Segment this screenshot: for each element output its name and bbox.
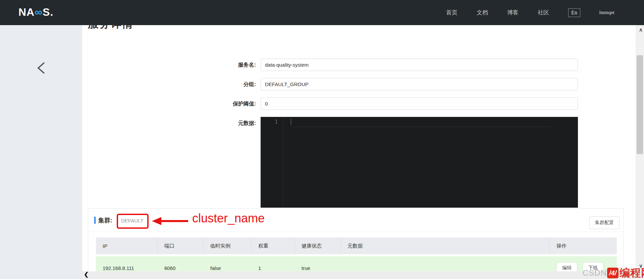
annotation-text: cluster_name [192,211,265,225]
cluster-card: 集群: DEFAULT cluster_name 集群配置 IP 端口 临时实例… [88,208,624,279]
protect-threshold-label: 保护阈值: [162,100,256,108]
horizontal-scrollbar-track[interactable] [82,271,636,279]
column-header-healthy: 健康状态 [295,237,341,254]
column-header-weight: 权重 [252,237,295,254]
nav-item-community[interactable]: 社区 [538,9,549,16]
column-header-actions: 操作 [550,237,617,254]
back-button[interactable] [36,61,46,75]
scroll-up-arrow-icon[interactable]: ∧ [639,27,643,33]
cluster-accent-bar [94,217,96,224]
editor-gutter: 1 [261,117,283,208]
cluster-config-button[interactable]: 集群配置 [589,216,620,229]
column-header-ephemeral: 临时实例 [204,237,252,254]
table-header-row: IP 端口 临时实例 权重 健康状态 元数据 操作 [96,237,617,254]
annotation-arrow-icon [152,217,161,225]
annotation-arrow-line [161,220,188,222]
metadata-editor[interactable]: 1 [261,117,578,208]
metadata-label: 元数据: [162,120,256,127]
nav-item-blog[interactable]: 博客 [507,9,519,16]
nav-item-docs[interactable]: 文档 [477,9,488,16]
top-navbar: NA∞S. 首页 文档 博客 社区 En hnmqet [0,0,644,25]
column-header-metadata: 元数据 [341,237,550,254]
editor-line-number: 1 [275,119,278,125]
service-name-label: 服务名: [162,62,256,69]
annotation-highlight-box [117,214,149,229]
nacos-logo[interactable]: NA∞S. [18,6,53,18]
scroll-down-arrow-icon[interactable]: ∨ [639,263,643,269]
chevron-left-icon [36,61,46,75]
nav-item-home[interactable]: 首页 [446,9,458,16]
divider [88,231,624,232]
protect-threshold-input[interactable] [261,97,578,110]
nacos-infinity-icon: ∞ [35,6,43,18]
username[interactable]: hnmqet [599,10,614,15]
editor-active-line [291,127,550,127]
language-toggle[interactable]: En [568,8,580,17]
group-label: 分组: [162,81,256,88]
editor-caret [291,119,291,125]
nacos-service-detail-page: 服务详情 服务名: 分组: 保护阈值: 元数据: 1 服务路由类型: [0,0,644,279]
column-header-port: 端口 [158,237,204,254]
scroll-left-arrow-icon[interactable]: ❮ [84,271,89,278]
nav-links: 首页 文档 博客 社区 En hnmqet [446,0,614,25]
service-name-input[interactable] [261,59,578,71]
cluster-label: 集群: [98,216,112,224]
vertical-scrollbar-thumb[interactable] [637,55,643,154]
column-header-ip: IP [96,237,158,254]
group-input[interactable] [261,78,578,90]
sidebar [0,25,82,279]
